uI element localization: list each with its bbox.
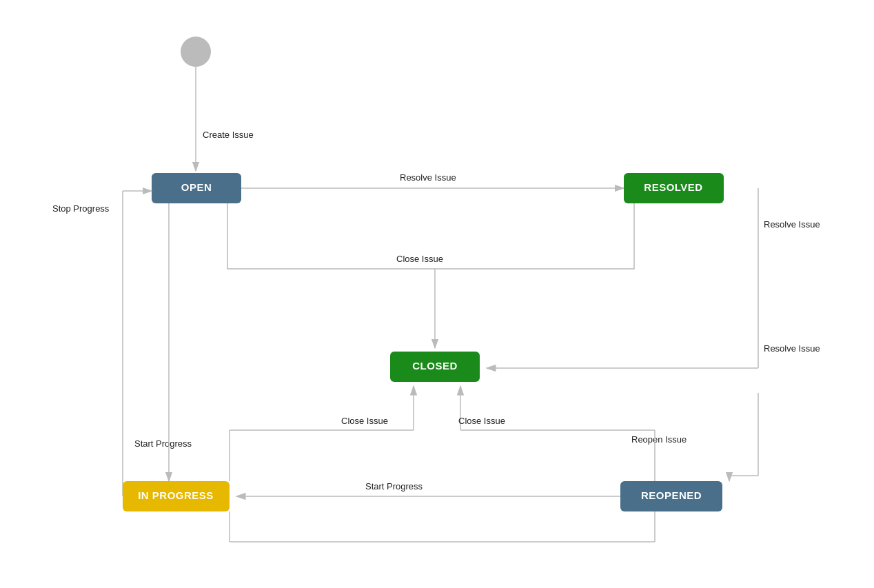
close-issue-label-1: Close Issue <box>396 254 443 264</box>
close-issue-label-2: Close Issue <box>341 416 388 426</box>
in-progress-state-label: IN PROGRESS <box>138 489 214 501</box>
reopen-issue-label: Reopen Issue <box>631 434 687 445</box>
open-state-label: OPEN <box>181 181 212 193</box>
state-diagram: Create Issue OPEN Resolve Issue RESOLVED… <box>0 0 874 588</box>
start-progress-label-2: Start Progress <box>365 481 423 491</box>
resolve-issue-label-2: Resolve Issue <box>764 219 820 230</box>
resolve-issue-label-3: Resolve Issue <box>764 343 820 354</box>
resolved-state-label: RESOLVED <box>644 181 702 193</box>
create-issue-label: Create Issue <box>203 130 254 140</box>
start-node <box>181 37 211 67</box>
resolve-issue-label-1: Resolve Issue <box>400 172 456 183</box>
stop-progress-label: Stop Progress <box>52 203 110 214</box>
closed-state-label: CLOSED <box>412 360 458 372</box>
start-progress-label-1: Start Progress <box>134 438 192 449</box>
close-issue-label-3: Close Issue <box>458 416 505 426</box>
reopened-state-label: REOPENED <box>641 489 702 501</box>
